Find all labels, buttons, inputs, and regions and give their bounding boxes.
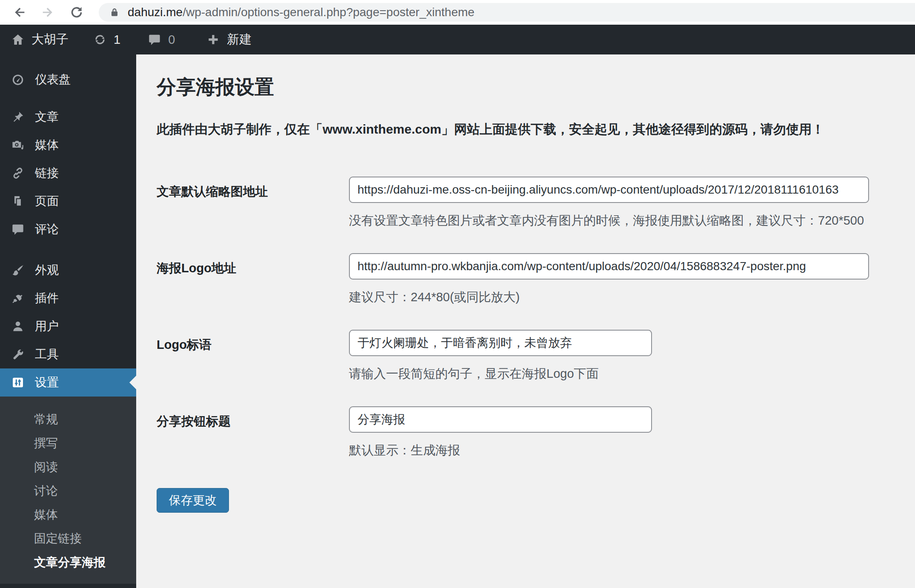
comments-icon[interactable] bbox=[148, 33, 161, 46]
plus-icon[interactable] bbox=[206, 33, 220, 46]
settings-submenu: 常规 撰写 阅读 讨论 媒体 固定链接 文章分享海报 bbox=[0, 397, 136, 584]
browser-back-icon[interactable] bbox=[12, 5, 27, 20]
url-domain: dahuzi.me bbox=[128, 6, 183, 19]
sidebar-item-label: 评论 bbox=[35, 221, 59, 237]
admin-app: 仪表盘 文章 媒体 bbox=[0, 54, 915, 588]
settings-icon bbox=[11, 376, 25, 389]
poster-logo-url-input[interactable] bbox=[349, 253, 869, 280]
field-help: 请输入一段简短的句子，显示在海报Logo下面 bbox=[349, 365, 652, 382]
url-path: /wp-admin/options-general.php?page=poste… bbox=[183, 6, 475, 19]
page-title: 分享海报设置 bbox=[157, 74, 915, 100]
sidebar-item-appearance[interactable]: 外观 bbox=[0, 256, 136, 284]
link-icon bbox=[11, 166, 25, 180]
updates-icon[interactable] bbox=[93, 33, 107, 46]
field-label: 海报Logo地址 bbox=[157, 253, 349, 306]
wrench-icon bbox=[11, 348, 25, 361]
sidebar-item-label: 媒体 bbox=[35, 137, 59, 153]
sidebar-item-settings[interactable]: 设置 bbox=[0, 368, 136, 397]
field-label: 分享按钮标题 bbox=[157, 406, 349, 459]
submenu-item-permalinks[interactable]: 固定链接 bbox=[0, 527, 136, 551]
sidebar-item-label: 外观 bbox=[35, 262, 59, 278]
sidebar: 仪表盘 文章 媒体 bbox=[0, 54, 136, 588]
home-icon[interactable] bbox=[11, 33, 25, 46]
sidebar-item-links[interactable]: 链接 bbox=[0, 159, 136, 187]
sidebar-item-label: 文章 bbox=[35, 109, 59, 125]
logo-slogan-input[interactable] bbox=[349, 330, 652, 356]
user-icon bbox=[11, 320, 25, 333]
sidebar-item-dashboard[interactable]: 仪表盘 bbox=[0, 66, 136, 94]
browser-forward-icon[interactable] bbox=[40, 5, 55, 20]
submenu-item-share-poster[interactable]: 文章分享海报 bbox=[0, 551, 136, 574]
media-icon bbox=[11, 138, 25, 152]
admin-menu: 仪表盘 文章 媒体 bbox=[0, 54, 136, 584]
field-label: Logo标语 bbox=[157, 330, 349, 382]
new-button[interactable]: 新建 bbox=[227, 31, 252, 48]
share-button-title-input[interactable] bbox=[349, 406, 652, 433]
field-label: 文章默认缩略图地址 bbox=[157, 177, 349, 229]
submenu-item-general[interactable]: 常规 bbox=[0, 408, 136, 431]
form-row-default-thumbnail: 文章默认缩略图地址 没有设置文章特色图片或者文章内没有图片的时候，海报使用默认缩… bbox=[157, 177, 915, 229]
comment-icon bbox=[11, 223, 25, 236]
plug-icon bbox=[11, 291, 25, 305]
wp-admin-bar: 大胡子 1 0 新建 bbox=[0, 25, 915, 54]
main-content: 分享海报设置 此插件由大胡子制作，仅在「www.xintheme.com」网站上… bbox=[136, 54, 915, 588]
sidebar-item-label: 仪表盘 bbox=[35, 71, 71, 88]
menu-separator bbox=[0, 94, 136, 103]
sidebar-item-label: 工具 bbox=[35, 346, 59, 363]
sidebar-item-label: 页面 bbox=[35, 193, 59, 209]
submenu-item-reading[interactable]: 阅读 bbox=[0, 455, 136, 479]
update-count[interactable]: 1 bbox=[114, 33, 120, 47]
browser-chrome: dahuzi.me/wp-admin/options-general.php?p… bbox=[0, 0, 915, 25]
menu-separator bbox=[0, 243, 136, 256]
form-row-share-button-title: 分享按钮标题 默认显示：生成海报 bbox=[157, 406, 915, 459]
browser-reload-icon[interactable] bbox=[69, 5, 84, 20]
submenu-item-discussion[interactable]: 讨论 bbox=[0, 479, 136, 503]
sidebar-item-label: 链接 bbox=[35, 165, 59, 181]
field-help: 默认显示：生成海报 bbox=[349, 442, 652, 459]
field-help: 没有设置文章特色图片或者文章内没有图片的时候，海报使用默认缩略图，建议尺寸：72… bbox=[349, 212, 869, 229]
sidebar-item-tools[interactable]: 工具 bbox=[0, 340, 136, 368]
submenu-item-media[interactable]: 媒体 bbox=[0, 503, 136, 527]
plugin-notice: 此插件由大胡子制作，仅在「www.xintheme.com」网站上面提供下载，安… bbox=[157, 121, 915, 138]
field-help: 建议尺寸：244*80(或同比放大) bbox=[349, 289, 869, 306]
comment-count[interactable]: 0 bbox=[168, 33, 175, 47]
site-name[interactable]: 大胡子 bbox=[31, 31, 69, 48]
brush-icon bbox=[11, 263, 25, 277]
sidebar-item-comments[interactable]: 评论 bbox=[0, 215, 136, 243]
dashboard-icon bbox=[11, 73, 25, 86]
save-changes-button[interactable]: 保存更改 bbox=[157, 488, 229, 513]
sidebar-item-media[interactable]: 媒体 bbox=[0, 131, 136, 159]
form-row-poster-logo: 海报Logo地址 建议尺寸：244*80(或同比放大) bbox=[157, 253, 915, 306]
submenu-item-writing[interactable]: 撰写 bbox=[0, 431, 136, 455]
default-thumbnail-url-input[interactable] bbox=[349, 177, 869, 203]
sidebar-item-posts[interactable]: 文章 bbox=[0, 103, 136, 131]
url-text: dahuzi.me/wp-admin/options-general.php?p… bbox=[128, 6, 475, 19]
pages-icon bbox=[11, 194, 25, 208]
pin-icon bbox=[11, 110, 25, 124]
address-bar[interactable]: dahuzi.me/wp-admin/options-general.php?p… bbox=[99, 3, 915, 22]
form-row-logo-slogan: Logo标语 请输入一段简短的句子，显示在海报Logo下面 bbox=[157, 330, 915, 382]
sidebar-item-plugins[interactable]: 插件 bbox=[0, 284, 136, 312]
sidebar-item-label: 设置 bbox=[35, 374, 59, 391]
sidebar-item-label: 插件 bbox=[35, 290, 59, 306]
sidebar-item-users[interactable]: 用户 bbox=[0, 312, 136, 340]
sidebar-item-label: 用户 bbox=[35, 318, 59, 334]
lock-icon[interactable] bbox=[109, 7, 120, 18]
sidebar-item-pages[interactable]: 页面 bbox=[0, 187, 136, 215]
